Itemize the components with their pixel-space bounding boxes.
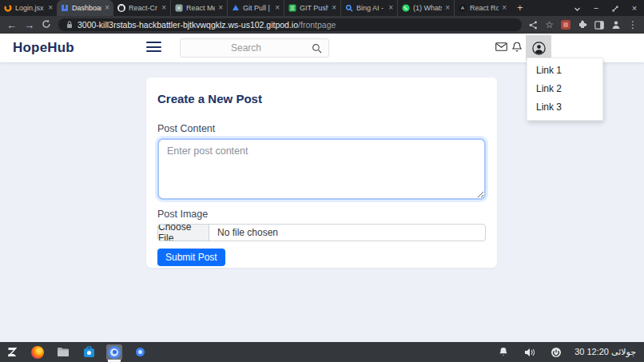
file-manager-icon[interactable] xyxy=(55,344,71,360)
hopehub-favicon xyxy=(61,4,69,12)
choose-file-button[interactable]: Choose File xyxy=(158,225,209,241)
profile-dropdown-menu: Link 1 Link 2 Link 3 xyxy=(527,58,603,121)
tab-title: Login.jsx xyxy=(15,4,45,12)
post-content-textarea[interactable] xyxy=(157,138,486,200)
tab-whatsapp[interactable]: (1) Whats × xyxy=(397,0,454,16)
hamburger-menu-icon[interactable] xyxy=(146,42,161,55)
tab-title: Dashboar xyxy=(72,4,101,12)
drive-favicon xyxy=(232,4,240,12)
card-title: Create a New Post xyxy=(157,92,486,105)
zorin-menu-icon[interactable] xyxy=(4,344,20,360)
close-icon[interactable]: × xyxy=(502,4,507,12)
dropdown-item-link3[interactable]: Link 3 xyxy=(527,98,602,117)
tab-react-me[interactable]: React Me × xyxy=(170,0,227,16)
minimize-button[interactable]: − xyxy=(586,0,606,16)
close-icon[interactable]: × xyxy=(48,4,53,12)
extensions-puzzle-icon[interactable] xyxy=(578,20,587,30)
url-text: 3000-kill3rstabs-hackbattler-bjtkvwqgklz… xyxy=(78,20,336,30)
search-input[interactable] xyxy=(181,42,312,54)
url-domain: 3000-kill3rstabs-hackbattler-bjtkvwqgklz… xyxy=(78,20,298,30)
back-icon[interactable]: ← xyxy=(6,20,17,30)
close-icon[interactable]: × xyxy=(218,4,223,12)
tab-title: Git Pull | xyxy=(243,4,272,12)
tab-git-push[interactable]: GIT Push × xyxy=(284,0,340,16)
lock-icon xyxy=(66,21,73,29)
gitpod-favicon xyxy=(4,4,12,12)
tab-dashboard[interactable]: Dashboar × xyxy=(57,0,113,16)
web-app-icon[interactable] xyxy=(132,344,148,360)
react-router-favicon: A xyxy=(459,4,467,12)
window-controls: − × xyxy=(567,0,644,16)
brand-logo[interactable]: HopeHub xyxy=(13,40,74,56)
close-icon[interactable]: × xyxy=(161,4,166,12)
browser-profile-avatar[interactable] xyxy=(611,20,621,30)
browser-toolbar: ← → 3000-kill3rstabs-hackbattler-bjtkvwq… xyxy=(0,16,644,34)
new-tab-button[interactable]: + xyxy=(511,0,530,16)
tab-bing-ai[interactable]: Bing AI - × xyxy=(340,0,397,16)
browser-tabstrip: Login.jsx × Dashboar × React-Cr × React … xyxy=(0,0,644,16)
post-image-label: Post Image xyxy=(157,209,486,220)
post-image-file-input[interactable]: Choose File No file chosen xyxy=(157,224,486,241)
messages-envelope-icon[interactable] xyxy=(495,42,507,51)
react-docs-favicon xyxy=(175,4,183,12)
forward-icon[interactable]: → xyxy=(24,20,34,30)
software-store-icon[interactable] xyxy=(81,344,97,360)
tab-login-jsx[interactable]: Login.jsx × xyxy=(0,0,57,16)
close-icon[interactable]: × xyxy=(105,4,109,12)
dropdown-item-link1[interactable]: Link 1 xyxy=(527,62,602,80)
dropdown-item-link2[interactable]: Link 2 xyxy=(527,80,602,98)
bing-favicon xyxy=(345,4,353,12)
share-icon[interactable] xyxy=(529,21,538,30)
github-favicon xyxy=(117,4,125,12)
tab-title: Bing AI - xyxy=(356,4,385,12)
url-path: /frontpage xyxy=(298,20,336,30)
close-icon[interactable]: × xyxy=(332,4,336,12)
tab-title: React Me xyxy=(186,4,215,12)
reload-icon[interactable] xyxy=(42,19,51,30)
whatsapp-favicon xyxy=(402,4,410,12)
post-content-label: Post Content xyxy=(157,123,486,134)
taskbar-clock[interactable]: 30 جولائی 12:20 xyxy=(574,347,636,357)
side-panel-icon[interactable] xyxy=(594,21,604,30)
tab-react-cr[interactable]: React-Cr × xyxy=(113,0,170,16)
firefox-icon[interactable] xyxy=(30,344,46,360)
close-icon[interactable]: × xyxy=(275,4,280,12)
close-window-button[interactable]: × xyxy=(625,0,644,16)
adblock-extension-icon[interactable] xyxy=(561,20,570,30)
tab-title: React Ro xyxy=(470,4,499,12)
desktop-taskbar: 30 جولائی 12:20 xyxy=(0,342,644,362)
create-post-card: Create a New Post Post Content Post Imag… xyxy=(146,78,497,268)
tray-notifications-bell-icon[interactable] xyxy=(495,344,511,360)
tab-title: (1) Whats xyxy=(413,4,442,12)
svg-text:A: A xyxy=(461,6,464,10)
tab-title: GIT Push xyxy=(300,4,328,12)
bookmark-star-icon[interactable]: ☆ xyxy=(545,20,554,30)
volume-icon[interactable] xyxy=(522,344,538,360)
url-bar[interactable]: 3000-kill3rstabs-hackbattler-bjtkvwqgklz… xyxy=(58,18,522,31)
web-page: HopeHub Link 1 Link 2 Link 3 Create a Ne… xyxy=(0,34,644,342)
chromium-icon[interactable] xyxy=(106,344,122,360)
file-status-text: No file chosen xyxy=(209,227,278,238)
browser-menu-kebab-icon[interactable]: ⋮ xyxy=(628,20,638,30)
system-tray: 30 جولائی 12:20 xyxy=(495,344,644,360)
tab-search-chevron-icon[interactable] xyxy=(567,0,586,16)
power-status-icon[interactable] xyxy=(548,344,564,360)
search-box xyxy=(180,38,329,58)
tab-git-pull[interactable]: Git Pull | × xyxy=(227,0,284,16)
close-icon[interactable]: × xyxy=(388,4,393,12)
submit-post-button[interactable]: Submit Post xyxy=(157,249,225,266)
tab-title: React-Cr xyxy=(129,4,158,12)
close-icon[interactable]: × xyxy=(445,4,450,12)
tab-react-ro[interactable]: A React Ro × xyxy=(454,0,511,16)
search-icon[interactable] xyxy=(312,43,322,54)
notifications-bell-icon[interactable] xyxy=(512,42,522,53)
restore-button[interactable] xyxy=(606,0,625,16)
green-repo-favicon xyxy=(288,4,296,12)
